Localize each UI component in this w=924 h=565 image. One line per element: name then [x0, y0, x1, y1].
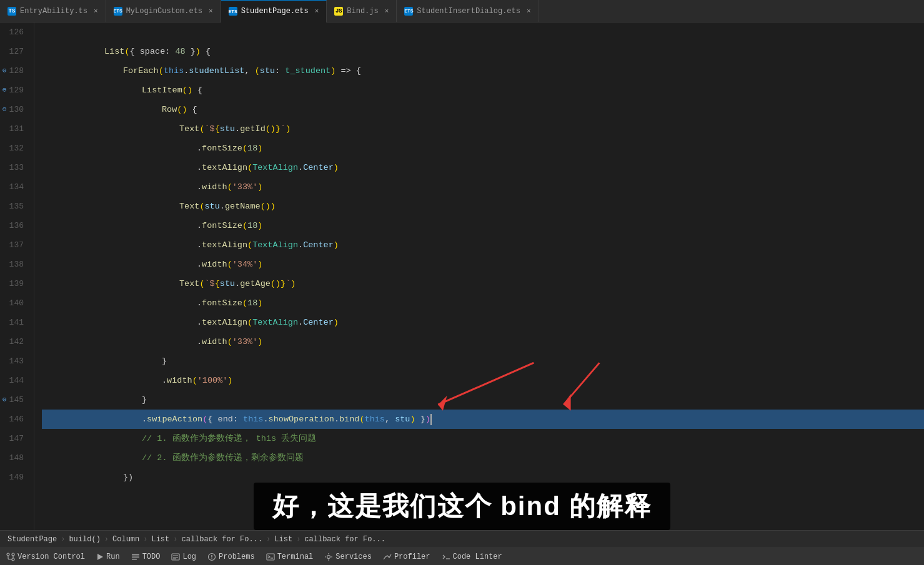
breadcrumb-callback1[interactable]: callback for Fo...: [181, 535, 262, 544]
line-num-130: ⊖130: [0, 100, 29, 119]
codelinter-label: Code Linter: [453, 553, 502, 561]
line-num-148: 148: [0, 448, 29, 468]
code-line-138: .width('34%'): [42, 255, 924, 274]
codelinter-icon: [442, 553, 450, 561]
breadcrumb-sep-3: ›: [143, 535, 147, 544]
code-line-128: ForEach(this.studentList, (stu: t_studen…: [42, 61, 924, 81]
problems-label: Problems: [219, 553, 255, 561]
breadcrumb-build[interactable]: build(): [69, 535, 100, 544]
breadcrumb-student[interactable]: StudentPage: [7, 535, 57, 544]
bottom-run[interactable]: Run: [96, 553, 120, 561]
tab-icon-studentdialog: ETS: [404, 7, 413, 16]
tab-close-login[interactable]: ×: [209, 7, 213, 15]
line-num-144: 144: [0, 371, 29, 390]
tab-label-studentdialog: StudentInsertDialog.ets: [417, 7, 520, 16]
code-line-131: Text(`${stu.getId()}`): [42, 119, 924, 139]
line-num-149: 149: [0, 468, 29, 487]
tab-icon-bind: JS: [334, 7, 343, 16]
line-num-136: 136: [0, 216, 29, 235]
breadcrumb-sep-2: ›: [104, 535, 109, 544]
log-icon: [171, 553, 180, 561]
svg-point-22: [327, 555, 330, 558]
code-line-126: [42, 22, 924, 42]
svg-point-5: [12, 558, 14, 561]
line-num-134: 134: [0, 177, 29, 197]
breadcrumb-list[interactable]: List: [151, 535, 169, 544]
bottom-log[interactable]: Log: [171, 553, 196, 561]
breadcrumb-sep-1: ›: [61, 535, 65, 544]
tab-bar: TS EntryAbility.ts × ETS MyLoginCustom.e…: [0, 0, 924, 22]
line-num-126: 126: [0, 22, 29, 42]
svg-rect-10: [132, 554, 139, 556]
version-control-label: Version Control: [17, 553, 85, 561]
line-numbers: 126 127 ⊖128 ⊖129 ⊖130 131 132 133 134 1…: [0, 22, 34, 530]
line-num-138: 138: [0, 255, 29, 274]
code-line-130: Row() {: [42, 100, 924, 119]
svg-rect-12: [132, 559, 137, 560]
breadcrumb-callback2[interactable]: callback for Fo...: [304, 535, 385, 544]
run-label: Run: [106, 553, 120, 561]
tab-student[interactable]: ETS StudentPage.ets ×: [221, 0, 327, 22]
code-line-135: Text(stu.getName()): [42, 197, 924, 216]
breadcrumb-list2[interactable]: List: [274, 535, 292, 544]
code-line-147: // 1. 函数作为参数传递， this 丢失问题: [42, 429, 924, 448]
code-line-144: .width('100%'): [42, 371, 924, 390]
tab-login[interactable]: ETS MyLoginCustom.ets ×: [106, 0, 221, 22]
breadcrumb-column[interactable]: Column: [112, 535, 139, 544]
bottom-bar: Version Control Run TODO Log Problems: [0, 548, 924, 565]
tab-close-student[interactable]: ×: [315, 7, 319, 15]
breadcrumb-sep-4: ›: [173, 535, 177, 544]
bottom-terminal[interactable]: Terminal: [266, 553, 314, 561]
code-line-137: .textAlign(TextAlign.Center): [42, 235, 924, 255]
line-num-146: 146: [0, 410, 29, 429]
breadcrumb-bar: StudentPage › build() › Column › List › …: [0, 530, 924, 548]
code-line-143: }: [42, 351, 924, 371]
bottom-todo[interactable]: TODO: [131, 553, 161, 561]
code-line-145: }: [42, 390, 924, 410]
tab-studentdialog[interactable]: ETS StudentInsertDialog.ets ×: [397, 0, 539, 22]
tab-close-studentdialog[interactable]: ×: [527, 7, 531, 15]
svg-point-19: [211, 558, 212, 559]
breadcrumb-sep-5: ›: [266, 535, 271, 544]
line-num-127: 127: [0, 42, 29, 61]
tab-icon-login: ETS: [114, 7, 122, 16]
code-line-136: .fontSize(18): [42, 216, 924, 235]
line-num-140: 140: [0, 293, 29, 313]
code-line-129: ListItem() {: [42, 81, 924, 100]
tab-close-entry[interactable]: ×: [94, 7, 98, 15]
line-num-132: 132: [0, 139, 29, 158]
bottom-codelinter[interactable]: Code Linter: [442, 553, 502, 561]
line-num-147: 147: [0, 429, 29, 448]
line-num-142: 142: [0, 332, 29, 351]
code-line-146: .swipeAction({ end: this.showOperation.b…: [42, 410, 924, 429]
bottom-problems[interactable]: Problems: [207, 553, 255, 561]
profiler-label: Profiler: [394, 553, 430, 561]
code-line-142: .width('33%'): [42, 332, 924, 351]
tab-close-bind[interactable]: ×: [385, 7, 389, 15]
bottom-services[interactable]: Services: [324, 553, 372, 561]
line-num-143: 143: [0, 351, 29, 371]
run-icon: [96, 553, 104, 561]
code-line-127: List({ space: 48 }) {: [42, 42, 924, 61]
todo-label: TODO: [142, 553, 161, 561]
git-icon: [6, 553, 15, 561]
bottom-profiler[interactable]: Profiler: [383, 553, 430, 561]
line-num-145: ⊖145: [0, 390, 29, 410]
code-line-148: // 2. 函数作为参数传递，剩余参数问题: [42, 448, 924, 468]
todo-icon: [131, 553, 140, 561]
code-line-141: .textAlign(TextAlign.Center): [42, 313, 924, 332]
services-icon: [324, 553, 333, 561]
tab-bind[interactable]: JS Bind.js ×: [327, 0, 397, 22]
editor-container: 126 127 ⊖128 ⊖129 ⊖130 131 132 133 134 1…: [0, 22, 924, 530]
line-num-133: 133: [0, 158, 29, 177]
tab-label-student: StudentPage.ets: [241, 7, 309, 16]
code-line-139: Text(`${stu.getAge()}`): [42, 274, 924, 293]
tab-icon-entry: TS: [7, 7, 16, 16]
code-content[interactable]: List({ space: 48 }) { ForEach(this.stude…: [34, 22, 924, 530]
bottom-version-control[interactable]: Version Control: [6, 553, 85, 561]
breadcrumb-sep-6: ›: [296, 535, 301, 544]
line-num-128: ⊖128: [0, 61, 29, 81]
code-line-149: }): [42, 468, 924, 487]
tab-entry[interactable]: TS EntryAbility.ts ×: [0, 0, 106, 22]
code-area[interactable]: 126 127 ⊖128 ⊖129 ⊖130 131 132 133 134 1…: [0, 22, 924, 530]
